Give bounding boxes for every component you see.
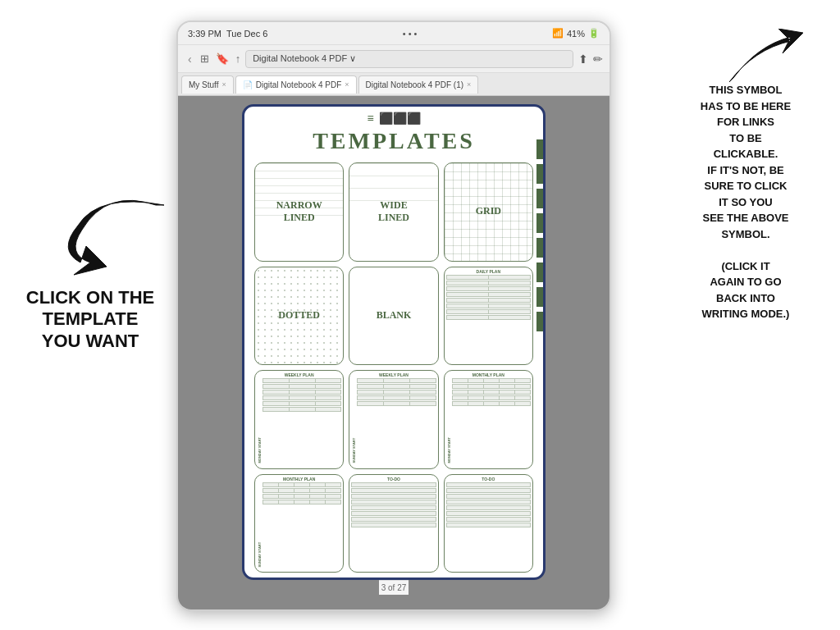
pencil-icon[interactable]: ✏ xyxy=(593,52,603,66)
todo-1-table: TO-DO xyxy=(349,475,437,573)
tab-digital-notebook-2[interactable]: Digital Notebook 4 PDF (1) × xyxy=(358,75,479,94)
instruction-line3: YOU WANT xyxy=(42,331,139,351)
tab-dot-4 xyxy=(536,213,546,233)
tab-notebook2-label: Digital Notebook 4 PDF (1) xyxy=(366,80,464,89)
battery-display: 41% xyxy=(567,29,585,39)
monthly-mon-table: MONTHLY PLAN MONDAY START xyxy=(445,371,532,468)
tab-dot-2 xyxy=(536,164,546,184)
weekly-mon-title: WEEKLY PLAN xyxy=(257,372,341,377)
tab-dot-8 xyxy=(536,312,546,331)
wifi-icon: 📶 xyxy=(552,28,564,39)
tab-strip xyxy=(536,139,546,331)
right-instruction-text: THIS SYMBOL HAS TO BE HERE FOR LINKS TO … xyxy=(664,82,828,322)
tab-dot-3 xyxy=(536,189,546,208)
browser-dots: • • • xyxy=(403,29,418,39)
tab-dot-7 xyxy=(536,287,546,307)
left-instruction: CLICK ON THE TEMPLATE YOU WANT xyxy=(16,287,164,352)
weekly-mon-table: WEEKLY PLAN MONDAY START xyxy=(255,371,343,468)
template-weekly-sun[interactable]: WEEKLY PLAN SUNDAY START xyxy=(349,370,438,469)
weekly-sun-title: WEEKLY PLAN xyxy=(351,372,436,377)
url-bar[interactable]: Digital Notebook 4 PDF ∨ xyxy=(245,50,573,68)
daily-plan-title: DAILY PLAN xyxy=(446,269,531,274)
left-instruction-text: CLICK ON THE TEMPLATE YOU WANT xyxy=(16,287,164,352)
monthly-mon-title: MONTHLY PLAN xyxy=(446,372,531,377)
template-monthly-sun[interactable]: MONTHLY PLAN SUNDAY START xyxy=(254,474,344,573)
tab-my-stuff[interactable]: My Stuff × xyxy=(181,75,234,94)
status-bar: 3:39 PM Tue Dec 6 • • • 📶 41% 🔋 xyxy=(178,22,609,45)
daily-plan-table: DAILY PLAN xyxy=(445,267,532,365)
page-indicator-icon: 📄 xyxy=(243,80,253,89)
notebook-top-icons: ≡ ⬛⬛⬛ xyxy=(244,107,543,126)
instruction-line2: TEMPLATE xyxy=(43,308,139,329)
time-display: 3:39 PM xyxy=(188,29,221,39)
template-daily-plan[interactable]: DAILY PLAN xyxy=(444,267,533,366)
tab-dot-6 xyxy=(536,262,546,282)
grid-icon[interactable]: ⊞ xyxy=(200,52,209,65)
todo-1-title: TO-DO xyxy=(351,477,436,482)
tab-dot-1 xyxy=(536,139,546,159)
monthly-sun-table: MONTHLY PLAN SUNDAY START xyxy=(255,475,343,573)
weekly-sun-table: WEEKLY PLAN SUNDAY START xyxy=(349,371,437,468)
share-icon[interactable]: ↑ xyxy=(235,52,241,65)
url-text: Digital Notebook 4 PDF ∨ xyxy=(253,53,356,64)
template-todo-1[interactable]: TO-DO xyxy=(349,474,438,573)
template-dotted[interactable]: DOTTED xyxy=(254,267,344,366)
pdf-area: ≡ ⬛⬛⬛ TEMPLATES NARROWLINED xyxy=(178,96,609,609)
template-grid[interactable]: GRID xyxy=(444,162,533,262)
page-footer: 3 of 27 xyxy=(379,580,409,595)
template-blank[interactable]: BLANK xyxy=(349,267,438,366)
date-display: Tue Dec 6 xyxy=(226,29,267,39)
templates-grid: NARROWLINED WIDELINED xyxy=(244,159,543,578)
template-todo-2[interactable]: TO-DO xyxy=(444,474,533,573)
templates-title: TEMPLATES xyxy=(244,126,543,159)
battery-icon: 🔋 xyxy=(588,28,600,39)
instruction-line1: CLICK ON THE xyxy=(26,287,154,308)
bookmark-icon[interactable]: 🔖 xyxy=(216,52,229,65)
tab-close-icon[interactable]: × xyxy=(222,80,226,89)
todo-2-title: TO-DO xyxy=(446,477,531,482)
upload-icon[interactable]: ⬆ xyxy=(578,52,588,66)
template-monthly-mon[interactable]: MONTHLY PLAN MONDAY START xyxy=(444,370,533,469)
right-instruction: THIS SYMBOL HAS TO BE HERE FOR LINKS TO … xyxy=(664,82,828,322)
template-weekly-mon[interactable]: WEEKLY PLAN MONDAY START xyxy=(254,370,344,469)
left-arrow-svg xyxy=(41,180,172,279)
tab-digital-notebook[interactable]: 📄 Digital Notebook 4 PDF × xyxy=(235,75,357,94)
notebook-page: ≡ ⬛⬛⬛ TEMPLATES NARROWLINED xyxy=(242,104,546,580)
top-right-arrow-container xyxy=(725,29,791,78)
tab-bar: My Stuff × 📄 Digital Notebook 4 PDF × Di… xyxy=(178,73,609,96)
hamburger-icon: ≡ xyxy=(367,112,373,125)
top-right-arrow-svg xyxy=(725,29,807,86)
template-wide-lined[interactable]: WIDELINED xyxy=(349,162,438,262)
back-button[interactable]: ‹ xyxy=(185,51,195,67)
tab-notebook-label: Digital Notebook 4 PDF xyxy=(256,80,342,89)
tab-notebook-close-icon[interactable]: × xyxy=(345,80,349,89)
tab-my-stuff-label: My Stuff xyxy=(189,80,219,89)
monthly-sun-title: MONTHLY PLAN xyxy=(257,477,341,482)
template-narrow-lined[interactable]: NARROWLINED xyxy=(254,162,344,262)
apps-icon: ⬛⬛⬛ xyxy=(379,112,421,125)
browser-toolbar: ‹ ⊞ 🔖 ↑ Digital Notebook 4 PDF ∨ ⬆ ✏ xyxy=(178,45,609,73)
page-number: 3 of 27 xyxy=(381,583,407,592)
ipad-frame: 3:39 PM Tue Dec 6 • • • 📶 41% 🔋 ‹ ⊞ 🔖 ↑ … xyxy=(176,21,611,611)
tab-dot-5 xyxy=(536,238,546,258)
tab-notebook2-close-icon[interactable]: × xyxy=(467,80,471,89)
left-arrow-container xyxy=(41,180,164,271)
todo-2-table: TO-DO xyxy=(445,475,532,573)
blank-label: BLANK xyxy=(377,309,412,322)
